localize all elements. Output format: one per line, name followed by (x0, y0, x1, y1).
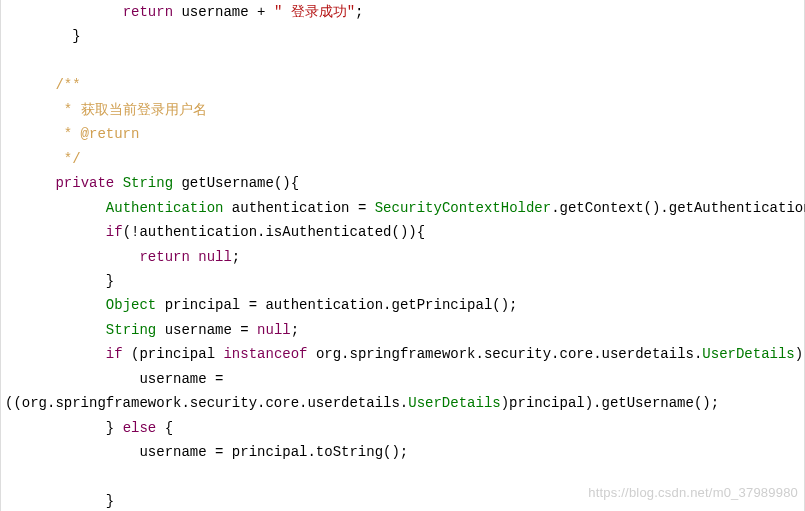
code-line: * 获取当前登录用户名 (5, 102, 207, 118)
code-line: } (5, 493, 114, 509)
code-line: if(!authentication.isAuthenticated()){ (5, 224, 425, 240)
code-line: private String getUsername(){ (5, 175, 299, 191)
code-line: Object principal = authentication.getPri… (5, 297, 518, 313)
code-line: String username = null; (5, 322, 299, 338)
code-line: Authentication authentication = Security… (5, 200, 805, 216)
code-line: return null; (5, 249, 240, 265)
code-line: username = principal.toString(); (5, 444, 408, 460)
code-line: * @return (5, 126, 139, 142)
code-viewer: return username + " 登录成功"; } /** * 获取当前登… (0, 0, 805, 511)
code-line: ((org.springframework.security.core.user… (5, 395, 719, 411)
code-line: } else { (5, 420, 173, 436)
code-line: /** (5, 77, 81, 93)
code-line: */ (5, 151, 81, 167)
code-line: if (principal instanceof org.springframe… (5, 346, 805, 362)
code-block: return username + " 登录成功"; } /** * 获取当前登… (1, 0, 804, 511)
code-line: } (5, 28, 81, 44)
code-line: username = (5, 371, 223, 387)
code-line: } (5, 273, 114, 289)
code-line: return username + " 登录成功"; (5, 4, 364, 20)
